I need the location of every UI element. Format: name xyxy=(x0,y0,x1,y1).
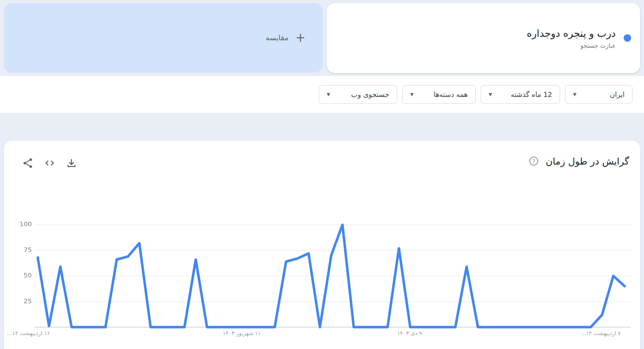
chart-header: گرایش در طول زمان ? xyxy=(529,156,629,167)
search-type-filter-label: جستجوی وب xyxy=(351,90,389,98)
chevron-down-icon: ▼ xyxy=(327,92,330,97)
help-icon[interactable]: ? xyxy=(529,156,539,166)
search-term-type: عبارت جستجو xyxy=(527,42,616,49)
category-filter-dropdown[interactable]: همه دسته‌ها ▼ xyxy=(402,85,476,104)
search-term-text: درب و پنجره دوجداره عبارت جستجو xyxy=(527,27,616,49)
y-axis-label: 100 xyxy=(11,220,32,228)
search-term-card[interactable]: درب و پنجره دوجداره عبارت جستجو xyxy=(327,3,640,73)
trend-line-chart xyxy=(4,141,640,349)
svg-text:?: ? xyxy=(532,158,535,165)
chart-title: گرایش در طول زمان xyxy=(546,156,629,167)
category-filter-label: همه دسته‌ها xyxy=(433,90,468,98)
search-term-title: درب و پنجره دوجداره xyxy=(527,27,616,40)
region-filter-dropdown[interactable]: ایران ▼ xyxy=(565,85,633,104)
time-range-filter-label: 12 ماه گذشته xyxy=(511,90,552,98)
x-axis-label: ۷ اردیبهشت ۱۴... xyxy=(564,330,638,337)
x-axis-label: ۱۱ شهریور ۱۴۰۳ xyxy=(205,330,279,337)
filter-bar: ایران ▼ 12 ماه گذشته ▼ همه دسته‌ها ▼ جست… xyxy=(0,76,644,113)
region-filter-label: ایران xyxy=(610,90,625,98)
embed-icon[interactable] xyxy=(44,157,56,169)
chevron-down-icon: ▼ xyxy=(573,92,576,97)
chevron-down-icon: ▼ xyxy=(489,92,492,97)
search-type-filter-dropdown[interactable]: جستجوی وب ▼ xyxy=(319,85,397,104)
y-axis-label: 75 xyxy=(11,246,32,254)
x-axis-label: ۹ دی ۱۴۰۳ xyxy=(372,330,447,337)
x-axis-label: ۱۶ اردیبهشت ۱۴... xyxy=(7,330,50,337)
time-range-filter-dropdown[interactable]: 12 ماه گذشته ▼ xyxy=(481,85,560,104)
share-icon[interactable] xyxy=(22,157,34,169)
interest-over-time-card: گرایش در طول زمان ? 100755025۱۶ اردیبهشت… xyxy=(4,141,640,349)
compare-card[interactable]: + مقایسه xyxy=(4,3,323,73)
compare-label: مقایسه xyxy=(266,33,288,42)
chevron-down-icon: ▼ xyxy=(410,92,414,97)
y-axis-label: 25 xyxy=(11,297,32,305)
download-icon[interactable] xyxy=(66,157,77,169)
y-axis-label: 50 xyxy=(11,271,32,279)
chart-actions xyxy=(22,157,77,169)
plus-icon: + xyxy=(295,32,305,44)
series-color-dot xyxy=(624,34,631,42)
